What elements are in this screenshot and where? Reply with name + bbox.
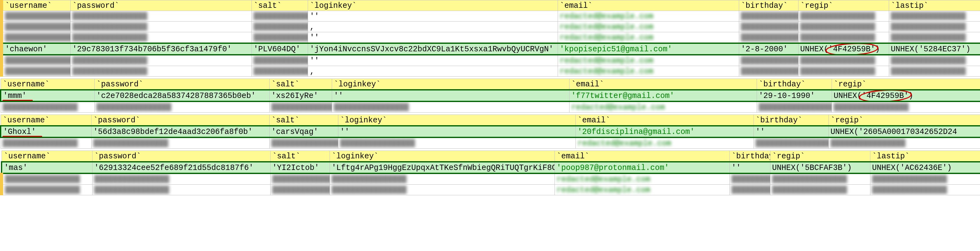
redacted: ████████████████ bbox=[254, 67, 308, 76]
cell-regip: UNHEX('4F42959B') bbox=[832, 90, 980, 101]
table-block-4: `username` `password` `salt` `loginkey` … bbox=[0, 150, 980, 195]
cell-email: '20fdisciplina@gmail.com' bbox=[576, 126, 754, 137]
redacted: ████████████████ bbox=[772, 185, 847, 195]
table-block-3: `username` `password` `salt` `loginkey` … bbox=[0, 115, 980, 149]
redacted: ████████████████ bbox=[891, 67, 966, 76]
cell-loginkey: , bbox=[308, 22, 558, 32]
cell-birthday: '' bbox=[754, 126, 829, 137]
col-email: `email` bbox=[555, 151, 729, 162]
underlined-username: 'Ghoxl' bbox=[3, 127, 36, 136]
col-lastip: `lastip` bbox=[870, 151, 980, 162]
cell-password: '29c783013f734b706b5f36cf3a1479f0' bbox=[70, 43, 251, 55]
redacted: ████████████████ bbox=[5, 185, 80, 195]
cell-email: 'poop987@protonmail.com' bbox=[555, 162, 729, 173]
redacted: ████████████████ bbox=[73, 67, 148, 76]
redacted: ████████████████ bbox=[5, 56, 70, 66]
cell-loginkey: '' bbox=[308, 55, 558, 66]
redacted: ████████████████ bbox=[891, 56, 966, 66]
cell-password: '56d3a8c98bdef12de4aad3c206fa8f0b' bbox=[91, 126, 269, 137]
table-row: ████████████████ ████████████████ ██████… bbox=[1, 101, 980, 113]
highlighted-row: 'mmm' 'c2e7028edca28a58374287887365b0eb'… bbox=[1, 90, 980, 101]
col-loginkey: `loginkey` bbox=[308, 0, 558, 11]
redacted: ████████████████ bbox=[3, 103, 78, 112]
redacted: ████████████████ bbox=[97, 103, 172, 112]
cell-loginkey: 'jYon4iNvccnsSVJxcv8c22bdXC9La1Kt5xsxa1R… bbox=[308, 43, 558, 55]
cell-regip: UNHEX('5BCFAF3B') bbox=[770, 162, 870, 173]
table-row: ████████████████ ████████████████ ██████… bbox=[2, 55, 980, 66]
header-row: `username` `password` `salt` `loginkey` … bbox=[1, 79, 980, 90]
redacted: ████████████████ bbox=[891, 33, 966, 42]
redacted: ████████████████ bbox=[741, 56, 799, 66]
col-password: `password` bbox=[70, 0, 251, 11]
cell-loginkey: '' bbox=[332, 90, 569, 101]
header-row: `username` `password` `salt` `loginkey` … bbox=[2, 0, 980, 11]
redacted: redacted@example.com bbox=[560, 67, 654, 76]
redacted: redacted@example.com bbox=[560, 33, 654, 42]
redacted: ████████████████ bbox=[73, 12, 148, 21]
redacted: ████████████████ bbox=[741, 67, 799, 76]
cell-birthday: '29-10-1990' bbox=[757, 90, 832, 101]
redacted: ████████████████ bbox=[3, 139, 78, 148]
redacted: ████████████████ bbox=[332, 185, 407, 195]
redacted: ████████████████ bbox=[800, 12, 875, 21]
table-row: ████████████████ ████████████████ ██████… bbox=[2, 32, 980, 43]
redacted: ████████████████ bbox=[94, 185, 169, 195]
redacted: ████████████████ bbox=[756, 139, 829, 148]
cell-username: 'mas' bbox=[2, 162, 92, 173]
col-salt: `salt` bbox=[269, 115, 338, 126]
col-salt: `salt` bbox=[251, 0, 308, 11]
redacted: ████████████████ bbox=[741, 33, 799, 42]
table-row: ████████████████ ████████████████ ██████… bbox=[1, 137, 980, 149]
data-table-4: `username` `password` `salt` `loginkey` … bbox=[0, 150, 980, 195]
col-birthday: `birthday` bbox=[757, 79, 832, 90]
col-password: `password` bbox=[92, 151, 270, 162]
redacted: ████████████████ bbox=[5, 67, 70, 76]
redacted: ████████████████ bbox=[272, 175, 330, 184]
redacted: ████████████████ bbox=[94, 175, 169, 184]
redacted: ████████████████ bbox=[759, 103, 832, 112]
cell-birthday: '2-8-2000' bbox=[739, 43, 798, 55]
redacted: ████████████████ bbox=[800, 33, 875, 42]
redacted: redacted@example.com bbox=[557, 175, 651, 184]
redacted: ████████████████ bbox=[73, 22, 148, 32]
col-birthday: `birthday` bbox=[729, 151, 770, 162]
table-block-2: `username` `password` `salt` `loginkey` … bbox=[0, 78, 980, 113]
table-row: ████████████████ ████████████████ ██████… bbox=[2, 22, 980, 32]
col-password: `password` bbox=[94, 79, 269, 90]
table-row: ████████████████ ████████████████ ██████… bbox=[2, 173, 980, 185]
col-salt: `salt` bbox=[269, 79, 332, 90]
underlined-username: 'mmm' bbox=[3, 91, 27, 101]
redacted: ████████████████ bbox=[891, 22, 966, 32]
col-email: `email` bbox=[569, 79, 757, 90]
redacted: ████████████████ bbox=[872, 175, 947, 184]
col-birthday: `birthday` bbox=[739, 0, 798, 11]
redacted: ████████████████ bbox=[891, 12, 966, 21]
redacted: ████████████████ bbox=[741, 22, 799, 32]
redacted: ████████████████ bbox=[272, 139, 338, 148]
cell-loginkey: '' bbox=[308, 11, 558, 22]
redacted: ████████████████ bbox=[272, 103, 332, 112]
redacted: redacted@example.com bbox=[560, 22, 654, 32]
redacted: ████████████████ bbox=[340, 139, 415, 148]
redacted: redacted@example.com bbox=[578, 139, 671, 148]
redacted: redacted@example.com bbox=[557, 185, 651, 195]
col-password: `password` bbox=[91, 115, 269, 126]
redacted: ████████████████ bbox=[5, 12, 70, 21]
cell-password: '62913324cee52fe689f21d55dc8187f6' bbox=[92, 162, 270, 173]
col-regip: `regip` bbox=[770, 151, 870, 162]
redacted: ████████████████ bbox=[800, 22, 875, 32]
cell-loginkey: '' bbox=[308, 32, 558, 43]
col-salt: `salt` bbox=[270, 151, 329, 162]
redacted: ████████████████ bbox=[73, 33, 148, 42]
cell-loginkey: , bbox=[308, 66, 558, 77]
col-loginkey: `loginkey` bbox=[338, 115, 576, 126]
col-username: `username` bbox=[1, 115, 91, 126]
redacted: ████████████████ bbox=[772, 175, 847, 184]
redacted: ████████████████ bbox=[5, 22, 70, 32]
data-table-1: `username` `password` `salt` `loginkey` … bbox=[0, 0, 980, 77]
cell-loginkey: 'Lftg4rAPg19HggEzUpqxAtTKeSfnWbiegQRiTUQ… bbox=[329, 162, 555, 173]
redacted: ████████████████ bbox=[334, 103, 409, 112]
cell-regip: UNHEX('2605A000170342652D24 bbox=[829, 126, 980, 137]
cell-email: 'kpopisepic51@gmail.com' bbox=[558, 43, 739, 55]
redacted: ████████████████ bbox=[332, 175, 407, 184]
